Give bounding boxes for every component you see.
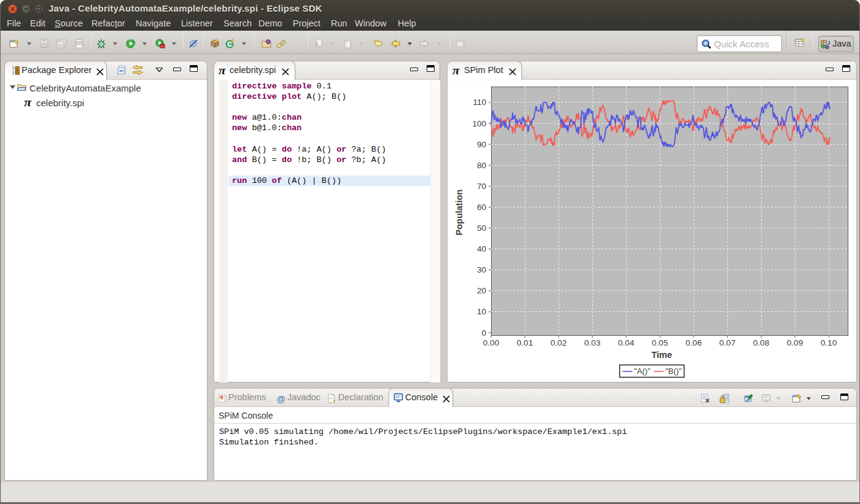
svg-text:0.04: 0.04: [618, 338, 635, 347]
svg-text:"B()": "B()": [665, 366, 682, 376]
svg-text:0.03: 0.03: [584, 338, 600, 347]
svg-text:0.09: 0.09: [787, 338, 803, 347]
svg-text:0.06: 0.06: [686, 338, 702, 347]
svg-text:0.08: 0.08: [753, 338, 769, 347]
svg-text:20: 20: [477, 286, 486, 295]
svg-text:0.01: 0.01: [517, 338, 533, 347]
svg-text:0.07: 0.07: [719, 338, 735, 347]
svg-text:0.05: 0.05: [652, 338, 668, 347]
svg-text:90: 90: [477, 140, 486, 149]
svg-text:70: 70: [477, 182, 486, 191]
svg-text:80: 80: [477, 161, 486, 170]
svg-text:30: 30: [477, 265, 486, 274]
svg-text:0.02: 0.02: [551, 338, 567, 347]
svg-text:C: C: [227, 41, 231, 48]
svg-text:"A()": "A()": [634, 366, 651, 376]
svg-text:0: 0: [481, 328, 486, 338]
svg-text:100: 100: [472, 119, 486, 128]
svg-text:Time: Time: [651, 350, 672, 360]
svg-text:0.10: 0.10: [821, 338, 837, 347]
svg-text:60: 60: [477, 203, 486, 212]
svg-text:110: 110: [473, 98, 486, 107]
svg-text:0.00: 0.00: [483, 338, 499, 347]
svg-text:40: 40: [477, 244, 486, 254]
svg-text:50: 50: [477, 223, 486, 233]
svg-text:10: 10: [477, 307, 486, 316]
svg-text:Population: Population: [454, 190, 464, 236]
svg-text:J: J: [827, 39, 830, 46]
